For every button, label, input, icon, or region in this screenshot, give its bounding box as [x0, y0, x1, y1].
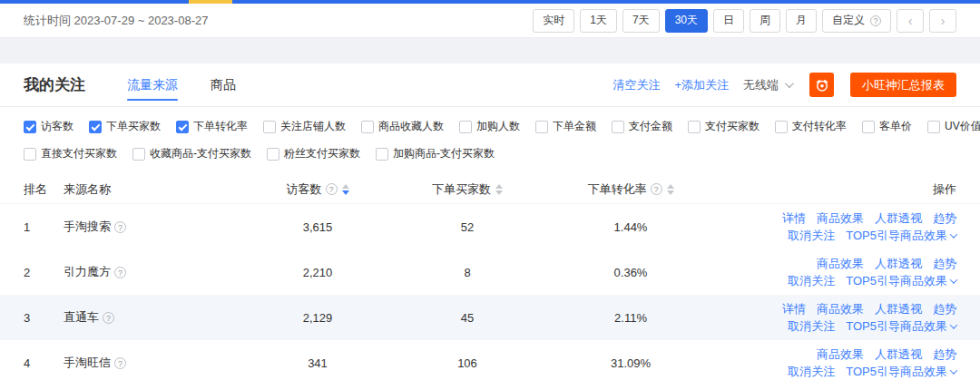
- action-unfollow-link[interactable]: 取消关注: [788, 317, 835, 335]
- metric-item-direct-pay-buyers[interactable]: 直接支付买家数: [24, 146, 117, 161]
- checkbox[interactable]: [535, 121, 548, 133]
- action-trend-link[interactable]: 趋势: [933, 255, 956, 272]
- tab-products[interactable]: 商品: [211, 63, 236, 106]
- visitors-cell: 341: [245, 356, 390, 370]
- add-follow-link[interactable]: +添加关注: [674, 77, 729, 93]
- buyers-cell: 106: [390, 356, 544, 370]
- range-30day-button[interactable]: 30天: [665, 9, 708, 33]
- action-unfollow-link[interactable]: 取消关注: [788, 227, 835, 244]
- date-toolbar: 统计时间 2023-07-29 ~ 2023-08-27 实时 1天 7天 30…: [0, 4, 980, 38]
- checkbox[interactable]: [263, 121, 276, 133]
- action-top5-link[interactable]: TOP5引导商品效果: [846, 317, 956, 335]
- metric-item-pay-amount[interactable]: 支付金额: [612, 119, 672, 134]
- help-icon: [870, 15, 881, 26]
- terminal-select[interactable]: 无线端: [743, 77, 791, 93]
- metric-item-order-buyers[interactable]: 下单买家数: [89, 119, 161, 134]
- range-day-button[interactable]: 日: [713, 9, 744, 33]
- metric-item-uv-value[interactable]: UV价值: [927, 119, 980, 134]
- metric-item-order-conversion[interactable]: 下单转化率: [176, 119, 248, 134]
- metric-item-visitors[interactable]: 访客数: [24, 119, 74, 134]
- help-icon[interactable]: [651, 183, 662, 195]
- action-product-effect-link[interactable]: 商品效果: [817, 346, 864, 363]
- metric-item-pay-conversion[interactable]: 支付转化率: [775, 119, 847, 134]
- date-range-group: 实时 1天 7天 30天 日 周 月 自定义 ‹ ›: [533, 9, 956, 33]
- checkbox[interactable]: [376, 148, 388, 161]
- action-detail-link[interactable]: 详情: [782, 210, 806, 227]
- source-cell: 直通车: [64, 309, 245, 326]
- metric-row-1: 访客数 下单买家数 下单转化率 关注店铺人数 商品收藏人数 加购人数 下单金额 …: [24, 119, 956, 134]
- action-audience-insight-link[interactable]: 人群透视: [875, 346, 922, 363]
- range-week-button[interactable]: 周: [750, 9, 780, 33]
- rank-cell: 1: [24, 220, 64, 234]
- action-trend-link[interactable]: 趋势: [933, 300, 956, 317]
- sort-conversion-control[interactable]: [667, 184, 674, 195]
- tab-traffic-source[interactable]: 流量来源: [127, 63, 178, 106]
- action-top5-link[interactable]: TOP5引导商品效果: [846, 227, 956, 244]
- metric-item-order-amount[interactable]: 下单金额: [535, 119, 596, 134]
- action-top5-label: TOP5引导商品效果: [846, 317, 947, 335]
- checkbox[interactable]: [24, 148, 36, 161]
- action-unfollow-link[interactable]: 取消关注: [788, 363, 835, 380]
- help-icon[interactable]: [114, 357, 126, 369]
- metric-label: 商品收藏人数: [378, 119, 444, 134]
- checkbox[interactable]: [176, 121, 189, 133]
- next-period-button[interactable]: ›: [929, 9, 956, 33]
- range-7day-button[interactable]: 7天: [622, 9, 660, 33]
- sort-buyers-control[interactable]: [495, 184, 503, 195]
- checkbox[interactable]: [612, 121, 624, 133]
- checkbox[interactable]: [775, 121, 788, 133]
- checkbox[interactable]: [459, 121, 472, 133]
- action-audience-insight-link[interactable]: 人群透视: [875, 300, 922, 317]
- checkbox[interactable]: [927, 121, 940, 133]
- checkbox[interactable]: [24, 121, 36, 133]
- checkbox[interactable]: [361, 121, 374, 133]
- help-icon[interactable]: [114, 221, 126, 233]
- checkbox[interactable]: [89, 121, 102, 133]
- action-top5-link[interactable]: TOP5引导商品效果: [846, 272, 956, 289]
- metric-item-item-collectors[interactable]: 商品收藏人数: [361, 119, 444, 134]
- metric-label: 下单金额: [553, 119, 596, 134]
- checkbox[interactable]: [267, 148, 279, 161]
- metric-item-shop-followers[interactable]: 关注店铺人数: [263, 119, 346, 134]
- action-audience-insight-link[interactable]: 人群透视: [875, 255, 922, 272]
- summary-report-button[interactable]: 小旺神汇总报表: [850, 73, 956, 97]
- buyers-cell: 52: [390, 220, 544, 234]
- conversion-cell: 31.09%: [544, 356, 717, 370]
- action-product-effect-link[interactable]: 商品效果: [817, 300, 864, 317]
- metric-item-cart-pay-buyers[interactable]: 加购商品-支付买家数: [376, 146, 495, 161]
- stat-time-label: 统计时间 2023-07-29 ~ 2023-08-27: [24, 13, 208, 29]
- range-month-button[interactable]: 月: [786, 9, 817, 33]
- my-follows-panel: 我的关注 流量来源 商品 清空关注 +添加关注 无线端 小旺神汇总报表: [0, 63, 980, 390]
- action-audience-insight-link[interactable]: 人群透视: [875, 210, 922, 227]
- action-product-effect-link[interactable]: 商品效果: [817, 255, 864, 272]
- mascot-icon-button[interactable]: [809, 73, 834, 97]
- chevron-down-icon: [950, 366, 957, 374]
- metric-item-cart-adders[interactable]: 加购人数: [459, 119, 520, 134]
- checkbox[interactable]: [132, 148, 145, 161]
- clear-follows-link[interactable]: 清空关注: [612, 77, 660, 93]
- actions-cell: 商品效果 人群透视 趋势 取消关注 TOP5引导商品效果: [717, 346, 956, 380]
- metric-item-pay-buyers[interactable]: 支付买家数: [688, 119, 760, 134]
- source-name: 直通车: [64, 309, 99, 326]
- action-top5-link[interactable]: TOP5引导商品效果: [846, 363, 956, 380]
- checkbox[interactable]: [862, 121, 875, 133]
- range-realtime-button[interactable]: 实时: [533, 9, 574, 33]
- range-custom-button[interactable]: 自定义: [822, 9, 891, 33]
- tabs: 流量来源 商品: [127, 63, 236, 106]
- help-icon[interactable]: [103, 312, 114, 324]
- action-trend-link[interactable]: 趋势: [933, 210, 956, 227]
- metric-item-fans-pay-buyers[interactable]: 粉丝支付买家数: [267, 146, 360, 161]
- help-icon[interactable]: [326, 183, 338, 195]
- action-trend-link[interactable]: 趋势: [933, 346, 956, 363]
- metric-label: 支付金额: [629, 119, 672, 134]
- action-product-effect-link[interactable]: 商品效果: [817, 210, 864, 227]
- sort-visitors-control[interactable]: [342, 184, 349, 195]
- range-1day-button[interactable]: 1天: [580, 9, 617, 33]
- checkbox[interactable]: [688, 121, 701, 133]
- metric-item-avg-order-value[interactable]: 客单价: [862, 119, 912, 134]
- action-unfollow-link[interactable]: 取消关注: [788, 272, 835, 289]
- prev-period-button[interactable]: ‹: [897, 9, 924, 33]
- action-detail-link[interactable]: 详情: [782, 300, 806, 317]
- help-icon[interactable]: [114, 267, 126, 278]
- metric-item-collect-pay-buyers[interactable]: 收藏商品-支付买家数: [132, 146, 251, 161]
